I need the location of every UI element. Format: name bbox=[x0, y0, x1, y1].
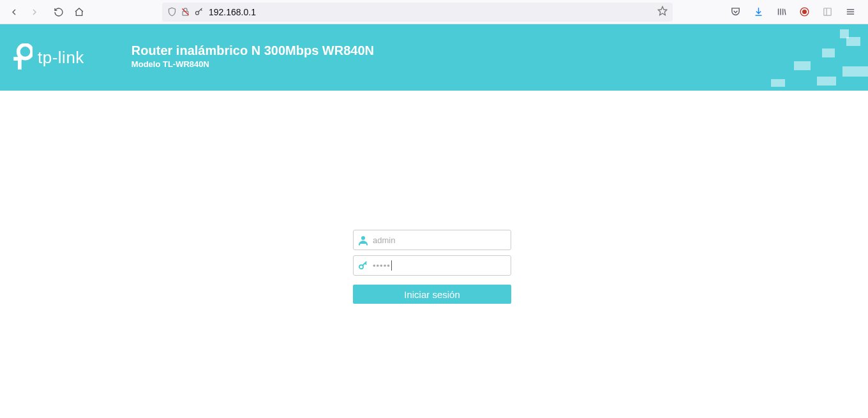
header-titles: Router inalámbrico N 300Mbps WR840N Mode… bbox=[131, 43, 374, 69]
extension-icon[interactable] bbox=[798, 6, 811, 19]
svg-marker-3 bbox=[658, 6, 666, 15]
username-input[interactable] bbox=[373, 235, 507, 245]
router-header: tp-link Router inalámbrico N 300Mbps WR8… bbox=[0, 24, 868, 91]
svg-point-10 bbox=[802, 10, 806, 14]
svg-rect-11 bbox=[823, 8, 830, 15]
svg-point-19 bbox=[361, 236, 365, 240]
shield-icon bbox=[167, 7, 177, 17]
library-icon[interactable] bbox=[775, 6, 788, 19]
password-field[interactable]: ••••• bbox=[353, 255, 511, 276]
login-button[interactable]: Iniciar sesión bbox=[353, 285, 511, 304]
address-bar[interactable]: 192.168.0.1 bbox=[162, 3, 673, 22]
svg-point-2 bbox=[196, 11, 199, 15]
reload-button[interactable] bbox=[50, 3, 68, 21]
toolbar-right-icons bbox=[729, 6, 863, 19]
brand-logo: tp-link bbox=[11, 43, 84, 71]
page-subtitle: Modelo TL-WR840N bbox=[131, 59, 374, 69]
menu-icon[interactable] bbox=[844, 6, 857, 19]
insecure-lock-icon bbox=[181, 7, 190, 17]
svg-line-8 bbox=[784, 9, 785, 15]
url-text: 192.168.0.1 bbox=[209, 3, 652, 22]
page-title: Router inalámbrico N 300Mbps WR840N bbox=[131, 43, 374, 58]
back-button[interactable] bbox=[5, 3, 23, 21]
downloads-icon[interactable] bbox=[752, 6, 765, 19]
password-input[interactable]: ••••• bbox=[373, 260, 392, 271]
brand-name: tp-link bbox=[38, 48, 84, 68]
home-button[interactable] bbox=[70, 3, 88, 21]
svg-point-20 bbox=[359, 265, 363, 269]
forward-button[interactable] bbox=[26, 3, 43, 21]
tp-link-logo-icon bbox=[11, 43, 33, 71]
sidebar-toggle-icon[interactable] bbox=[821, 6, 834, 19]
key-icon bbox=[357, 260, 369, 271]
bookmark-star-icon[interactable] bbox=[657, 6, 668, 19]
pocket-icon[interactable] bbox=[729, 6, 742, 19]
login-form: ••••• Iniciar sesión bbox=[353, 230, 511, 304]
user-icon bbox=[357, 234, 369, 246]
decorative-shapes bbox=[740, 24, 868, 91]
address-icons bbox=[167, 7, 204, 17]
username-field[interactable] bbox=[353, 230, 511, 250]
svg-rect-18 bbox=[18, 57, 22, 70]
browser-toolbar: 192.168.0.1 bbox=[0, 0, 868, 24]
key-icon bbox=[194, 7, 204, 17]
